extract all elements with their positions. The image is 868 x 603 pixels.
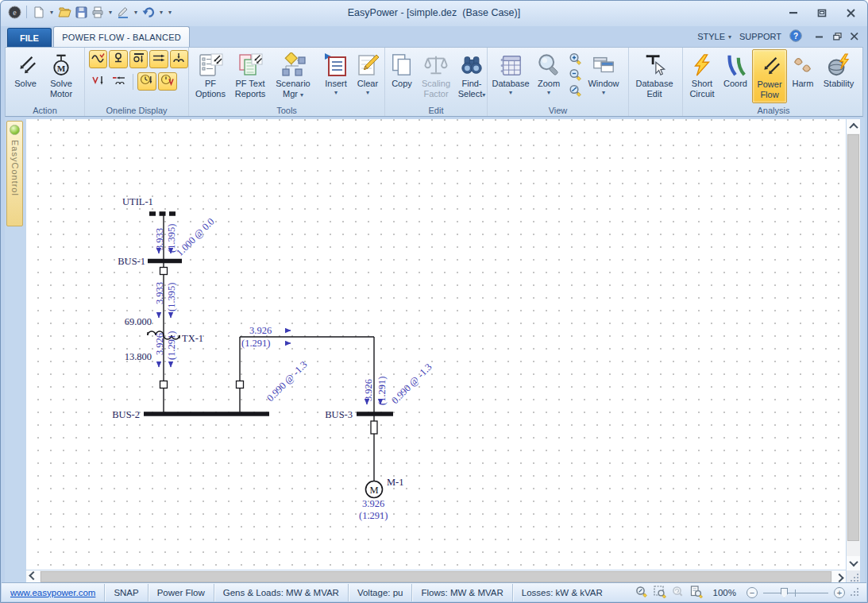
zoom-slider[interactable] — [763, 587, 828, 598]
svg-text:?: ? — [793, 32, 798, 41]
find-select-button[interactable]: Find-Select▾ — [456, 49, 488, 103]
database-edit-button[interactable]: Database Edit — [631, 49, 677, 103]
snap-toggle[interactable]: SNAP — [105, 584, 148, 601]
chevron-left-icon — [29, 571, 37, 580]
minimize-button[interactable] — [788, 8, 799, 17]
solve-motor-label: Solve Motor — [43, 79, 79, 99]
motor-load-icon — [132, 52, 146, 67]
util1-label[interactable]: UTIL-1 — [122, 196, 153, 207]
voltage-units-indicator[interactable]: Voltage: pu — [349, 584, 413, 601]
chevron-up-icon — [849, 123, 858, 132]
vertical-scrollbar[interactable] — [847, 119, 860, 570]
restore-button[interactable] — [816, 8, 827, 17]
charging-flow-icon — [140, 74, 154, 89]
database-button[interactable]: Database ▾ — [490, 49, 531, 103]
style-dropdown-caret[interactable]: ▾ — [728, 33, 731, 41]
close-button[interactable] — [845, 8, 856, 17]
copy-button[interactable]: Copy — [388, 49, 416, 103]
pf-options-icon — [198, 51, 223, 79]
scaling-factor-icon — [424, 51, 448, 79]
zoom-slider-thumb[interactable] — [781, 588, 788, 598]
mdi-restore-button[interactable] — [832, 33, 842, 41]
flow-units-indicator[interactable]: Flows: MW & MVAR — [412, 584, 512, 601]
show-voltage-toggle[interactable] — [158, 72, 177, 91]
utility-symbol-icon — [111, 52, 125, 67]
help-icon[interactable]: ? — [789, 29, 802, 44]
zoom-percent-value[interactable]: 100% — [713, 588, 736, 597]
scroll-right-button[interactable] — [832, 570, 846, 583]
zoom-extents-status-icon[interactable] — [635, 586, 648, 600]
database-caret: ▾ — [509, 89, 512, 96]
oneline-diagram: M UTIL-1 BUS-1 TX-1 BUS-2 BUS-3 M-1 69.0… — [26, 119, 846, 569]
show-utility-toggle[interactable] — [109, 50, 127, 68]
resize-grip[interactable] — [851, 574, 858, 582]
loss-units-indicator[interactable]: Losses: kW & kVAR — [513, 584, 611, 601]
coord-icon — [723, 51, 747, 79]
mdi-close-button[interactable] — [850, 33, 859, 41]
short-circuit-button[interactable]: Short Circuit — [685, 49, 719, 103]
bus3-label[interactable]: BUS-3 — [325, 409, 353, 420]
statusbar-resize-grip[interactable] — [849, 586, 858, 596]
show-motor-load-toggle[interactable] — [129, 50, 148, 68]
tab-file[interactable]: FILE — [7, 28, 52, 47]
gens-loads-units-indicator[interactable]: Gens & Loads: MW & MVAR — [214, 584, 349, 601]
oneline-canvas[interactable]: M UTIL-1 BUS-1 TX-1 BUS-2 BUS-3 M-1 69.0… — [26, 119, 846, 570]
coord-button[interactable]: Coord — [719, 49, 752, 103]
insert-button[interactable]: Insert ▾ — [320, 49, 352, 103]
bus2-label[interactable]: BUS-2 — [112, 409, 140, 420]
ribbon-group-database-edit: Database Edit — [629, 48, 683, 116]
vertical-scroll-thumb[interactable] — [847, 134, 859, 541]
m1-label[interactable]: M-1 — [387, 477, 404, 488]
scroll-up-button[interactable] — [847, 119, 860, 133]
stability-button[interactable]: Stability — [819, 49, 858, 103]
easypower-website-link[interactable]: www.easypower.com — [10, 588, 95, 597]
mdi-minimize-button[interactable] — [815, 33, 824, 41]
clear-button[interactable]: Clear ▾ — [352, 49, 384, 103]
support-menu[interactable]: SUPPORT — [739, 32, 781, 41]
tab-power-flow-balanced[interactable]: POWER FLOW - BALANCED — [53, 26, 190, 47]
zoom-window-status-icon[interactable] — [654, 586, 666, 600]
session-mode-indicator[interactable]: Power Flow — [149, 584, 214, 601]
solve-button[interactable]: Solve — [8, 49, 43, 103]
show-charging-toggle[interactable] — [137, 72, 156, 91]
scroll-left-button[interactable] — [26, 570, 40, 583]
bus1-label[interactable]: BUS-1 — [118, 256, 145, 267]
breaker-feeder[interactable] — [237, 381, 244, 388]
pf-text-reports-button[interactable]: PF Text Reports — [230, 49, 271, 103]
pf-options-button[interactable]: PF Options — [191, 49, 230, 103]
breaker-tx1-bus2[interactable] — [160, 381, 168, 388]
breaker-bus1[interactable] — [160, 268, 168, 275]
zoom-slider-plus-button[interactable]: + — [834, 587, 845, 598]
show-shunt-flows-toggle[interactable] — [170, 50, 188, 68]
tx1-in-mvar: (1.395) — [166, 283, 177, 311]
show-voltage-drop-toggle[interactable] — [89, 72, 108, 91]
tx1-label[interactable]: TX-1 — [182, 333, 203, 344]
window-label: Window — [588, 79, 619, 89]
zoom-out-button[interactable] — [568, 68, 583, 83]
analysis-group-label: Analysis — [683, 106, 863, 115]
scroll-down-button[interactable] — [847, 556, 860, 570]
horizontal-scroll-thumb[interactable] — [41, 571, 831, 582]
show-pf-flows-toggle[interactable] — [89, 50, 107, 68]
zoom-button[interactable]: Zoom ▾ — [531, 49, 566, 103]
harm-button[interactable]: Harm — [787, 49, 819, 103]
view-group-label: View — [488, 106, 628, 115]
horizontal-scrollbar[interactable] — [26, 570, 846, 583]
easycontrol-panel-tab[interactable]: EasyControl — [6, 121, 23, 226]
show-branch-flows-toggle[interactable] — [149, 50, 168, 68]
style-menu[interactable]: STYLE — [697, 32, 725, 41]
zoom-in-button[interactable] — [568, 52, 583, 67]
zoom-selection-status-icon[interactable] — [690, 586, 703, 600]
window-button[interactable]: Window ▾ — [584, 49, 623, 103]
power-flow-button[interactable]: Power Flow — [752, 49, 787, 103]
motor-m-glyph: M — [369, 485, 378, 496]
zoom-icon — [537, 51, 561, 79]
solve-motor-button[interactable]: M Solve Motor — [43, 49, 79, 103]
zoom-slider-minus-button[interactable]: − — [746, 587, 758, 598]
zoom-extents-button[interactable] — [568, 83, 583, 99]
scenario-mgr-button[interactable]: Scenario Mgr ▾ — [271, 49, 315, 103]
ribbon-group-analysis: Short Circuit Coord Power Flow Harm — [683, 48, 863, 116]
ribbon-group-edit: Copy Scaling Factor Find-Select▾ Edit — [385, 48, 488, 116]
fuse-m1[interactable] — [371, 421, 377, 434]
show-losses-toggle[interactable] — [110, 72, 129, 91]
